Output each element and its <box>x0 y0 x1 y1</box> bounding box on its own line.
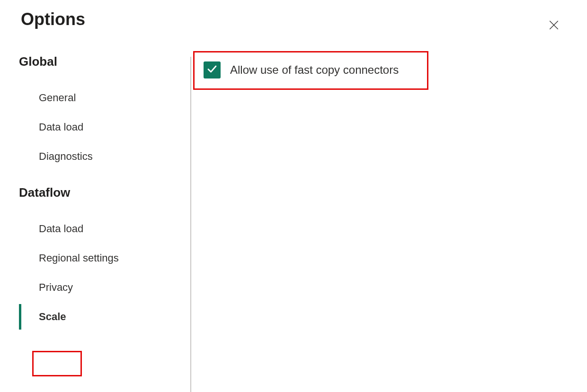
close-icon <box>549 18 559 33</box>
sidebar-item-general[interactable]: General <box>19 83 182 113</box>
sidebar-item-label: Data load <box>39 223 83 235</box>
sidebar-item-label: Scale <box>39 311 66 322</box>
page-title: Options <box>21 9 85 29</box>
fast-copy-option: Allow use of fast copy connectors <box>194 51 410 89</box>
checkmark-icon <box>206 63 218 77</box>
sidebar-item-privacy[interactable]: Privacy <box>19 273 182 302</box>
content-pane: Allow use of fast copy connectors <box>194 51 410 89</box>
fast-copy-label: Allow use of fast copy connectors <box>230 63 399 77</box>
sidebar-item-label: General <box>39 92 76 104</box>
sidebar-item-diagnostics[interactable]: Diagnostics <box>19 142 182 171</box>
fast-copy-checkbox[interactable] <box>204 61 221 78</box>
sidebar-item-regional-settings[interactable]: Regional settings <box>19 244 182 273</box>
sidebar-item-label: Diagnostics <box>39 150 93 162</box>
sidebar-item-label: Data load <box>39 121 83 133</box>
section-heading-global: Global <box>19 54 182 69</box>
highlight-annotation <box>32 351 82 376</box>
sidebar-item-scale[interactable]: Scale <box>19 302 182 331</box>
sidebar: Global General Data load Diagnostics Dat… <box>19 54 182 331</box>
sidebar-item-label: Regional settings <box>39 252 119 264</box>
section-heading-dataflow: Dataflow <box>19 185 182 200</box>
close-button[interactable] <box>546 18 561 33</box>
vertical-divider <box>190 57 191 392</box>
sidebar-item-label: Privacy <box>39 281 73 293</box>
sidebar-item-global-data-load[interactable]: Data load <box>19 113 182 142</box>
sidebar-item-dataflow-data-load[interactable]: Data load <box>19 214 182 244</box>
